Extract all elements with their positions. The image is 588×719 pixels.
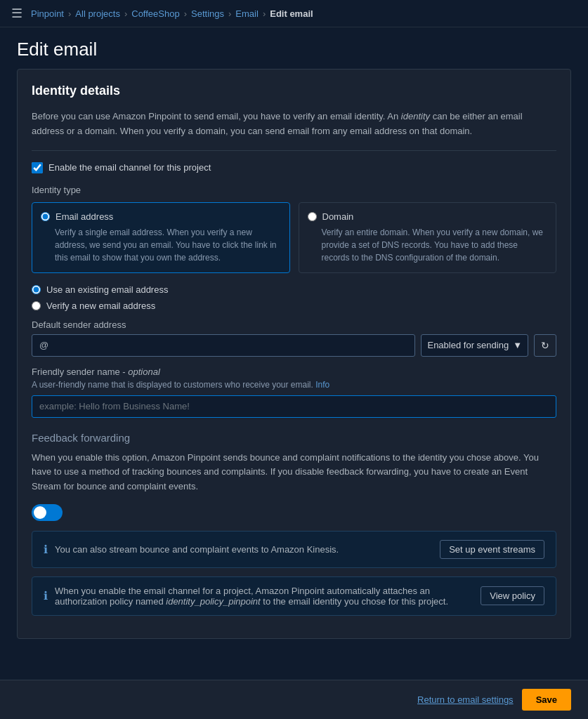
top-nav: ☰ Pinpoint › All projects › CoffeeShop ›… [0, 0, 588, 27]
policy-info-icon: ℹ [44, 589, 48, 602]
refresh-button[interactable]: ↻ [534, 334, 556, 357]
domain-radio[interactable] [308, 212, 317, 221]
breadcrumb-sep-4: › [263, 8, 266, 19]
domain-title: Domain [322, 211, 354, 222]
card-title: Identity details [32, 84, 556, 98]
info-link[interactable]: Info [315, 380, 329, 390]
bottom-bar: Return to email settings Save [0, 680, 588, 719]
email-address-title: Email address [55, 211, 113, 222]
email-address-desc: Verify a single email address. When you … [41, 226, 281, 264]
kinesis-banner-left: ℹ You can also stream bounce and complai… [44, 543, 339, 556]
kinesis-banner: ℹ You can also stream bounce and complai… [32, 531, 556, 568]
email-address-radio[interactable] [41, 212, 50, 221]
kinesis-info-icon: ℹ [44, 543, 48, 556]
return-to-email-settings-button[interactable]: Return to email settings [417, 694, 514, 705]
sender-status-text: Enabled for sending [427, 340, 509, 350]
domain-option[interactable]: Domain Verify an entire domain. When you… [299, 202, 557, 273]
toggle-track[interactable] [32, 504, 63, 521]
refresh-icon: ↻ [541, 340, 549, 351]
sender-address-row: @ Enabled for sending ▼ ↻ [32, 334, 556, 357]
use-existing-label: Use an existing email address [46, 284, 168, 295]
friendly-name-input[interactable] [32, 395, 556, 418]
at-symbol: @ [39, 340, 48, 350]
feedback-toggle[interactable] [32, 504, 63, 521]
verify-new-radio[interactable] [32, 301, 41, 310]
save-button[interactable]: Save [522, 689, 571, 711]
breadcrumb: Pinpoint › All projects › CoffeeShop › S… [31, 8, 313, 19]
use-existing-row: Use an existing email address [32, 284, 556, 295]
view-policy-button[interactable]: View policy [481, 586, 544, 605]
kinesis-banner-text: You can also stream bounce and complaint… [55, 544, 339, 555]
friendly-name-helper: A user-friendly name that is displayed t… [32, 380, 556, 390]
sender-status-select[interactable]: Enabled for sending ▼ [421, 334, 528, 357]
feedback-heading: Feedback forwarding [32, 432, 556, 444]
breadcrumb-sep-3: › [228, 8, 231, 19]
feedback-desc: When you enable this option, Amazon Pinp… [32, 451, 556, 494]
breadcrumb-sep-0: › [68, 8, 71, 19]
intro-text: Before you can use Amazon Pinpoint to se… [32, 110, 556, 151]
breadcrumb-pinpoint[interactable]: Pinpoint [31, 8, 64, 19]
breadcrumb-all-projects[interactable]: All projects [75, 8, 120, 19]
chevron-down-icon: ▼ [513, 340, 522, 350]
verify-new-row: Verify a new email address [32, 301, 556, 311]
enable-channel-checkbox[interactable] [32, 162, 43, 173]
domain-desc: Verify an entire domain. When you verify… [308, 226, 548, 264]
breadcrumb-edit-email: Edit email [270, 8, 313, 19]
breadcrumb-settings[interactable]: Settings [191, 8, 224, 19]
identity-details-card: Identity details Before you can use Amaz… [17, 69, 571, 639]
sender-input[interactable]: @ [32, 334, 415, 357]
verify-new-label: Verify a new email address [46, 301, 155, 311]
policy-banner: ℹ When you enable the email channel for … [32, 576, 556, 616]
default-sender-label: Default sender address [32, 319, 556, 330]
menu-icon[interactable]: ☰ [11, 6, 22, 21]
enable-channel-row: Enable the email channel for this projec… [32, 162, 556, 173]
breadcrumb-sep-1: › [124, 8, 127, 19]
page-title: Edit email [0, 27, 588, 69]
toggle-thumb [34, 506, 46, 519]
main-content: Identity details Before you can use Amaz… [0, 69, 588, 706]
set-up-event-streams-button[interactable]: Set up event streams [440, 540, 544, 559]
email-address-option[interactable]: Email address Verify a single email addr… [32, 202, 290, 273]
policy-banner-left: ℹ When you enable the email channel for … [44, 586, 481, 607]
friendly-name-label: Friendly sender name - optional [32, 367, 556, 377]
breadcrumb-coffeeshop[interactable]: CoffeeShop [131, 8, 179, 19]
enable-channel-label: Enable the email channel for this projec… [48, 162, 211, 173]
breadcrumb-email[interactable]: Email [235, 8, 259, 19]
identity-type-label: Identity type [32, 185, 556, 195]
policy-banner-text: When you enable the email channel for a … [55, 586, 481, 607]
breadcrumb-sep-2: › [184, 8, 187, 19]
use-existing-radio[interactable] [32, 285, 41, 294]
identity-type-grid: Email address Verify a single email addr… [32, 202, 556, 273]
